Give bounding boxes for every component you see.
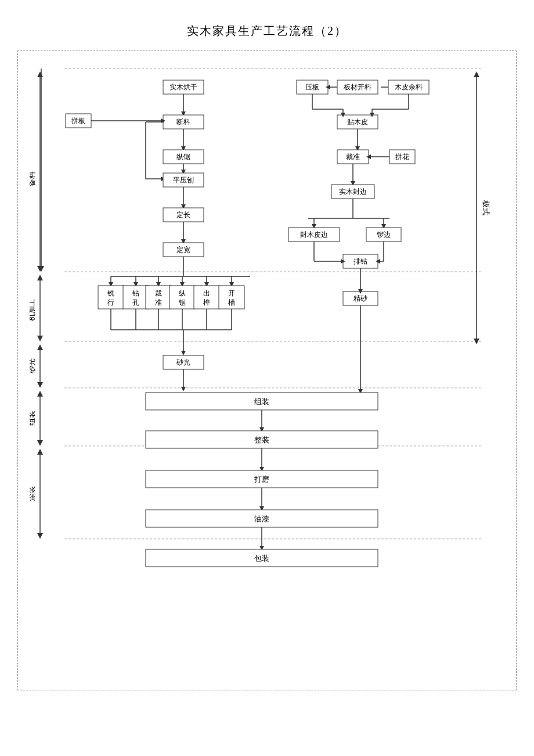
section-tu-zhuang: 涂装	[30, 486, 36, 501]
box-mu-pi-yu-liao: 木皮余料	[395, 83, 423, 91]
section-ji-jia-gong: 机加工	[30, 298, 36, 321]
box-zuan-kong-2: 孔	[132, 298, 139, 307]
box-zheng-zhuang: 整装	[254, 435, 269, 444]
svg-marker-78	[181, 351, 186, 355]
box-ban-cai-kai-liao: 板材开料	[343, 83, 371, 91]
box-xi-xing-2: 行	[107, 298, 114, 307]
section-ban-shi: 板式	[482, 200, 490, 215]
svg-marker-13	[37, 275, 43, 280]
page-title: 实木家具生产工艺流程（2）	[187, 23, 347, 39]
box-zong-ju: 纵锯	[176, 153, 190, 161]
box-tie-mu-pi: 贴木皮	[347, 118, 368, 126]
section-sha-guang: 砂光	[30, 358, 36, 374]
svg-marker-26	[474, 339, 479, 344]
box-ping-ya-bao: 平压刨	[173, 176, 194, 184]
box-cai-zhun: 裁准	[346, 153, 360, 161]
box-shi-mu-hong-gan: 实木烘干	[169, 83, 197, 91]
box-zong-ju2-1: 纵	[179, 289, 186, 297]
box-jing-sha: 精砂	[353, 294, 367, 303]
box-ya-ban: 压板	[305, 83, 319, 91]
box-you-qi: 油漆	[254, 514, 269, 523]
svg-marker-16	[37, 344, 43, 350]
box-zu-zhuang: 组装	[254, 397, 269, 406]
svg-marker-25	[474, 71, 479, 77]
box-zuan-kong-1: 钻	[132, 289, 139, 297]
svg-marker-20	[37, 440, 43, 446]
box-da-mo: 打磨	[254, 475, 269, 484]
box-zong-ju2-2: 锯	[178, 298, 186, 307]
box-cai-zhun2-1: 裁	[155, 289, 162, 297]
box-cai-zhun2-2: 准	[155, 298, 162, 307]
svg-marker-17	[37, 382, 43, 388]
box-luo-bian: 锣边	[376, 231, 391, 239]
box-chu-sun-1: 出	[203, 289, 210, 297]
box-kai-cao-2: 槽	[228, 298, 235, 307]
diagram-container: 备料 机加工 砂光 组装 涂装 板式 拼板 实木烘干	[17, 51, 517, 690]
svg-marker-22	[37, 449, 43, 455]
svg-marker-81	[181, 387, 186, 391]
svg-marker-10	[37, 71, 43, 77]
box-bao-zhuang: 包装	[254, 554, 269, 563]
box-pai-zuan: 排钻	[353, 257, 367, 265]
svg-marker-23	[37, 533, 43, 539]
svg-marker-14	[37, 336, 43, 341]
section-zu-zhuang: 组装	[30, 411, 36, 426]
section-bei-liao: 备料	[30, 171, 36, 186]
box-chu-sun-2: 榫	[203, 298, 210, 307]
box-sha-guang: 砂光	[176, 358, 190, 366]
box-shi-mu-feng-bian: 实木封边	[339, 188, 367, 196]
box-ding-chang: 定长	[176, 211, 190, 219]
svg-marker-19	[37, 391, 43, 397]
box-duan-liao: 断料	[176, 118, 190, 126]
box-kai-cao-1: 开	[228, 289, 235, 297]
flow-diagram: 备料 机加工 砂光 组装 涂装 板式 拼板 实木烘干	[30, 63, 506, 678]
box-xi-xing-1: 铣	[107, 289, 114, 297]
box-pin-hua: 拼花	[395, 153, 409, 161]
box-feng-mu-pi-bian: 封木皮边	[300, 231, 328, 239]
box-ding-kuan: 定宽	[176, 246, 190, 254]
box-pin-ban: 拼板	[71, 117, 85, 125]
